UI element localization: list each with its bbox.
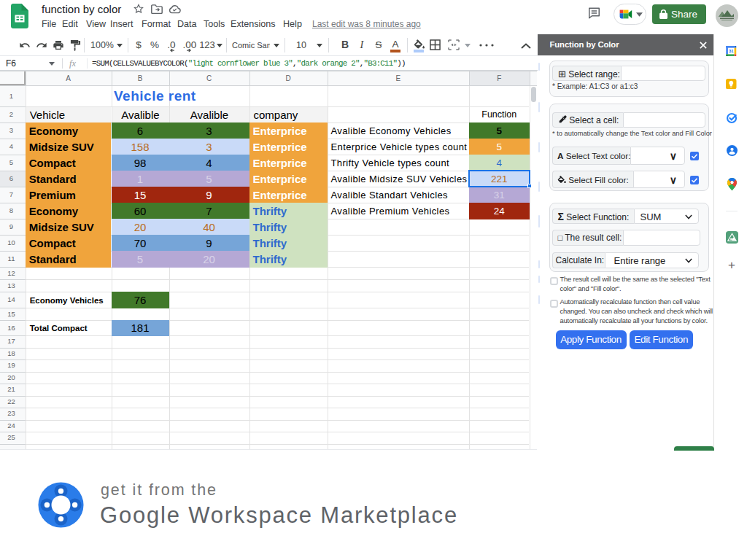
svg-text:31: 31 (729, 49, 734, 53)
